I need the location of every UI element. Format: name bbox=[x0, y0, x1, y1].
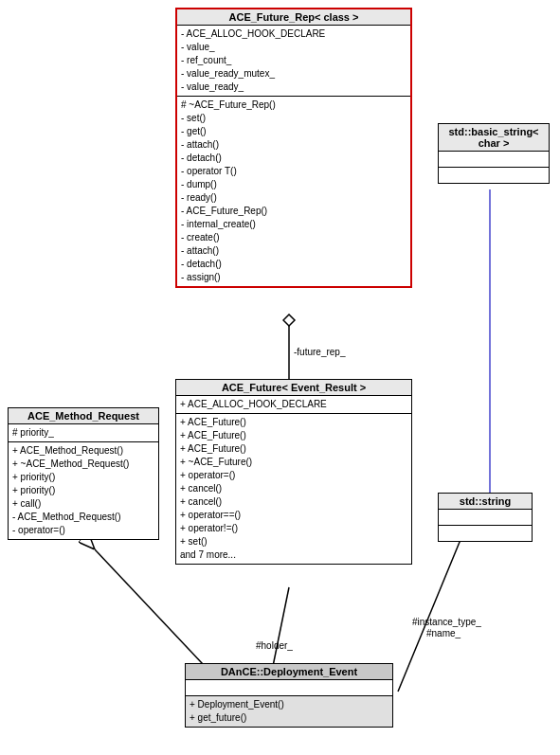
method-item: - operator=() bbox=[12, 524, 154, 537]
method-item: - attach() bbox=[181, 244, 406, 258]
method-item: + set() bbox=[180, 535, 407, 548]
std-string-methods bbox=[439, 526, 532, 541]
method-item: + priority() bbox=[12, 471, 154, 484]
svg-line-6 bbox=[95, 549, 218, 680]
method-item: + ACE_Future() bbox=[180, 429, 407, 442]
ace-future-rep-class: ACE_Future_Rep< class > - ACE_ALLOC_HOOK… bbox=[175, 8, 412, 288]
method-item: - dump() bbox=[181, 178, 406, 191]
method-item: - get() bbox=[181, 125, 406, 138]
method-item: - set() bbox=[181, 112, 406, 125]
dance-deployment-event-header: DAnCE::Deployment_Event bbox=[186, 664, 392, 680]
std-string-class: std::string bbox=[438, 493, 533, 542]
svg-text:-future_rep_: -future_rep_ bbox=[294, 347, 346, 357]
method-item: - ACE_Future_Rep() bbox=[181, 205, 406, 218]
method-item: - assign() bbox=[181, 271, 406, 284]
method-item: + ACE_Future() bbox=[180, 416, 407, 429]
field-item: # priority_ bbox=[12, 426, 154, 440]
ace-future-rep-methods: # ~ACE_Future_Rep() - set() - get() - at… bbox=[177, 97, 410, 286]
ace-future-rep-fields: - ACE_ALLOC_HOOK_DECLARE - value_ - ref_… bbox=[177, 26, 410, 97]
method-item: + priority() bbox=[12, 484, 154, 497]
method-item: - detach() bbox=[181, 152, 406, 165]
field-item: + ACE_ALLOC_HOOK_DECLARE bbox=[180, 398, 407, 411]
method-item: + operator!=() bbox=[180, 522, 407, 535]
dance-deployment-event-fields bbox=[186, 680, 392, 696]
ace-future-rep-header: ACE_Future_Rep< class > bbox=[177, 9, 410, 26]
ace-future-alloc: + ACE_ALLOC_HOOK_DECLARE bbox=[176, 396, 411, 414]
std-basic-string-class: std::basic_string<char > bbox=[438, 123, 550, 184]
method-item: + cancel() bbox=[180, 495, 407, 509]
std-basic-string-header: std::basic_string<char > bbox=[439, 124, 549, 152]
method-item: - create() bbox=[181, 231, 406, 244]
ace-method-request-methods: + ACE_Method_Request() + ~ACE_Method_Req… bbox=[9, 442, 158, 539]
method-item: + ACE_Future() bbox=[180, 442, 407, 456]
method-item: + ACE_Method_Request() bbox=[12, 444, 154, 458]
method-item: - operator T() bbox=[181, 165, 406, 178]
uml-diagram: -future_rep_ #holder_ #instance_type_ #n… bbox=[0, 0, 560, 755]
std-basic-string-methods bbox=[439, 168, 549, 183]
svg-text:#holder_: #holder_ bbox=[256, 640, 293, 651]
method-item: - attach() bbox=[181, 138, 406, 152]
std-string-header: std::string bbox=[439, 494, 532, 510]
field-item: - ref_count_ bbox=[181, 54, 406, 67]
std-basic-string-fields bbox=[439, 152, 549, 168]
method-item: + operator==() bbox=[180, 509, 407, 522]
method-item: - ACE_Method_Request() bbox=[12, 511, 154, 524]
method-item: - detach() bbox=[181, 258, 406, 271]
method-item: + Deployment_Event() bbox=[190, 698, 388, 711]
ace-method-request-fields: # priority_ bbox=[9, 424, 158, 442]
dance-deployment-event-class: DAnCE::Deployment_Event + Deployment_Eve… bbox=[185, 663, 393, 728]
svg-text:#instance_type_: #instance_type_ bbox=[412, 617, 481, 627]
ace-future-class: ACE_Future< Event_Result > + ACE_ALLOC_H… bbox=[175, 379, 412, 565]
std-string-fields bbox=[439, 510, 532, 526]
field-item: - value_ready_ bbox=[181, 81, 406, 94]
field-item: - value_ bbox=[181, 41, 406, 54]
method-item: and 7 more... bbox=[180, 548, 407, 562]
method-item: + get_future() bbox=[190, 711, 388, 725]
method-item: + ~ACE_Future() bbox=[180, 456, 407, 469]
ace-future-header: ACE_Future< Event_Result > bbox=[176, 380, 411, 396]
method-item: # ~ACE_Future_Rep() bbox=[181, 99, 406, 112]
method-item: - ready() bbox=[181, 191, 406, 205]
method-item: + cancel() bbox=[180, 482, 407, 495]
method-item: + call() bbox=[12, 497, 154, 511]
field-item: - value_ready_mutex_ bbox=[181, 67, 406, 81]
method-item: + ~ACE_Method_Request() bbox=[12, 458, 154, 471]
field-item: - ACE_ALLOC_HOOK_DECLARE bbox=[181, 27, 406, 41]
svg-text:#name_: #name_ bbox=[426, 628, 461, 638]
method-item: - internal_create() bbox=[181, 218, 406, 231]
method-item: + operator=() bbox=[180, 469, 407, 482]
dance-deployment-event-methods: + Deployment_Event() + get_future() bbox=[186, 696, 392, 727]
ace-method-request-class: ACE_Method_Request # priority_ + ACE_Met… bbox=[8, 407, 159, 540]
ace-future-methods: + ACE_Future() + ACE_Future() + ACE_Futu… bbox=[176, 414, 411, 564]
ace-method-request-header: ACE_Method_Request bbox=[9, 408, 158, 424]
